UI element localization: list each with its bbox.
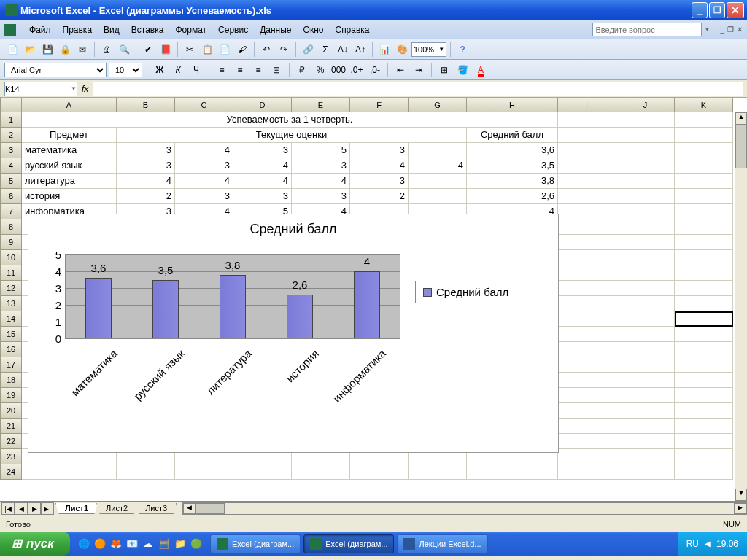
- spellcheck-button[interactable]: ✔: [140, 42, 156, 58]
- cell-I6[interactable]: [558, 189, 616, 204]
- cell-K21[interactable]: [675, 419, 733, 434]
- cell-I22[interactable]: [558, 434, 616, 449]
- cell-I24[interactable]: [558, 464, 616, 480]
- open-button[interactable]: 📂: [22, 42, 38, 58]
- cell-I4[interactable]: [558, 158, 616, 174]
- tab-nav-prev[interactable]: ◀: [15, 502, 28, 515]
- col-header-C[interactable]: C: [175, 98, 233, 112]
- horizontal-scrollbar[interactable]: ◀▶: [182, 502, 747, 515]
- doc-restore-button[interactable]: ❐: [727, 26, 734, 34]
- quick-launch-icon[interactable]: ☁: [142, 537, 155, 551]
- help-button[interactable]: ?: [454, 42, 471, 58]
- cell-E4[interactable]: 3: [292, 158, 350, 174]
- menu-вставка[interactable]: Вставка: [125, 23, 170, 36]
- cell-K1[interactable]: [675, 112, 733, 128]
- col-header-F[interactable]: F: [350, 98, 409, 112]
- col-header-G[interactable]: G: [409, 98, 467, 112]
- quick-launch-icon[interactable]: 🟢: [190, 537, 203, 551]
- cell-A3[interactable]: математика: [22, 143, 117, 158]
- doc-close-button[interactable]: ✕: [737, 26, 743, 34]
- cell-E5[interactable]: 4: [292, 174, 350, 189]
- align-center-button[interactable]: ≡: [232, 62, 248, 78]
- cell-C3[interactable]: 4: [175, 143, 233, 158]
- fx-icon[interactable]: fx: [82, 84, 88, 94]
- cell-K16[interactable]: [675, 342, 733, 357]
- row-header-13[interactable]: 13: [0, 296, 22, 311]
- tray-chevron-icon[interactable]: ◀: [705, 540, 711, 548]
- menu-сервис[interactable]: Сервис: [212, 23, 254, 36]
- cell-J23[interactable]: [616, 449, 675, 464]
- tab-nav-next[interactable]: ▶: [28, 502, 41, 515]
- cell-D3[interactable]: 3: [233, 143, 292, 158]
- cell-K15[interactable]: [675, 327, 733, 342]
- embedded-chart[interactable]: Средний балл 0123453,6математика3,5русск…: [28, 214, 559, 453]
- cell-J2[interactable]: [616, 128, 675, 143]
- row-header-3[interactable]: 3: [0, 143, 22, 158]
- cell-K10[interactable]: [675, 250, 733, 265]
- cell-I17[interactable]: [558, 357, 616, 373]
- row-header-18[interactable]: 18: [0, 373, 22, 388]
- cell-J13[interactable]: [616, 296, 675, 311]
- cell-H4[interactable]: 3,5: [467, 158, 558, 174]
- cell-I21[interactable]: [558, 419, 616, 434]
- row-header-2[interactable]: 2: [0, 128, 22, 143]
- cell-E3[interactable]: 5: [292, 143, 350, 158]
- quick-launch-icon[interactable]: 🌐: [77, 537, 90, 551]
- print-button[interactable]: 🖨: [98, 42, 115, 58]
- cell-A5[interactable]: литература: [22, 174, 117, 189]
- row-header-24[interactable]: 24: [0, 464, 22, 480]
- minimize-button[interactable]: _: [692, 2, 708, 18]
- align-left-button[interactable]: ≡: [214, 62, 230, 78]
- cell-G24[interactable]: [409, 464, 467, 480]
- cell-I20[interactable]: [558, 403, 616, 419]
- tab-nav-first[interactable]: |◀: [1, 502, 15, 515]
- redo-button[interactable]: ↷: [276, 42, 292, 58]
- cell-B2[interactable]: Текущие оценки: [117, 128, 467, 143]
- bold-button[interactable]: Ж: [152, 62, 168, 78]
- cell-A4[interactable]: русский язык: [22, 158, 117, 174]
- cell-J22[interactable]: [616, 434, 675, 449]
- cell-I19[interactable]: [558, 388, 616, 403]
- row-header-20[interactable]: 20: [0, 403, 22, 419]
- doc-minimize-button[interactable]: _: [720, 26, 724, 34]
- cell-I8[interactable]: [558, 219, 616, 235]
- cell-J15[interactable]: [616, 327, 675, 342]
- cell-H2[interactable]: Средний балл: [467, 128, 558, 143]
- menu-файл[interactable]: Файл: [23, 23, 57, 36]
- cell-J11[interactable]: [616, 265, 675, 281]
- taskbar-button[interactable]: Лекции Excel.d...: [397, 534, 487, 553]
- cell-F4[interactable]: 4: [350, 158, 409, 174]
- menu-справка[interactable]: Справка: [329, 23, 375, 36]
- cell-I10[interactable]: [558, 250, 616, 265]
- cell-J19[interactable]: [616, 388, 675, 403]
- row-header-8[interactable]: 8: [0, 219, 22, 235]
- cell-J1[interactable]: [616, 112, 675, 128]
- fill-color-button[interactable]: 🪣: [454, 62, 471, 78]
- cell-F3[interactable]: 3: [350, 143, 409, 158]
- row-header-12[interactable]: 12: [0, 281, 22, 296]
- cell-K12[interactable]: [675, 281, 733, 296]
- cell-B5[interactable]: 4: [117, 174, 175, 189]
- cell-D24[interactable]: [233, 464, 292, 480]
- cell-I14[interactable]: [558, 311, 616, 327]
- align-right-button[interactable]: ≡: [250, 62, 266, 78]
- row-header-15[interactable]: 15: [0, 327, 22, 342]
- menu-правка[interactable]: Правка: [57, 23, 98, 36]
- cell-K14[interactable]: [675, 311, 733, 327]
- cell-A2[interactable]: Предмет: [22, 128, 117, 143]
- cell-C24[interactable]: [175, 464, 233, 480]
- copy-button[interactable]: 📋: [199, 42, 215, 58]
- question-box[interactable]: [592, 23, 702, 36]
- cell-A6[interactable]: история: [22, 189, 117, 204]
- cell-J3[interactable]: [616, 143, 675, 158]
- cell-F24[interactable]: [350, 464, 409, 480]
- zoom-combo[interactable]: 100%▼: [411, 42, 446, 57]
- cell-K18[interactable]: [675, 373, 733, 388]
- cell-B24[interactable]: [117, 464, 175, 480]
- name-box[interactable]: K14▼: [4, 82, 77, 96]
- preview-button[interactable]: 🔍: [116, 42, 132, 58]
- cell-I12[interactable]: [558, 281, 616, 296]
- sheet-tab-Лист1[interactable]: Лист1: [55, 503, 98, 514]
- formula-input[interactable]: [93, 82, 743, 96]
- cell-J4[interactable]: [616, 158, 675, 174]
